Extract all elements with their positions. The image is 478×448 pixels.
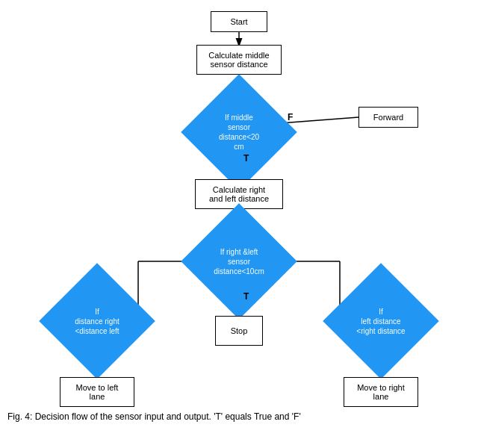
label-T1: T bbox=[243, 153, 249, 164]
diamond-middle-node: If middle sensor distance<20 cm bbox=[181, 74, 297, 190]
flowchart-container: Start Calculate middle sensor distance I… bbox=[0, 0, 478, 426]
calc-middle-node: Calculate middle sensor distance bbox=[196, 45, 282, 75]
diamond-rl-node: If right &left sensor distance<10cm bbox=[181, 203, 297, 320]
move-right-node: Move to right lane bbox=[344, 377, 418, 407]
label-T2: T bbox=[243, 291, 249, 302]
move-left-node: Move to left lane bbox=[60, 377, 134, 407]
forward-node: Forward bbox=[358, 107, 418, 128]
figure-caption: Fig. 4: Decision flow of the sensor inpu… bbox=[7, 411, 471, 422]
stop-node: Stop bbox=[215, 316, 263, 346]
start-node: Start bbox=[211, 11, 267, 32]
diamond-left-node: If distance right <distance left bbox=[39, 263, 155, 379]
label-F1: F bbox=[288, 112, 293, 122]
diamond-right-node: If left distance <right distance bbox=[323, 263, 439, 379]
